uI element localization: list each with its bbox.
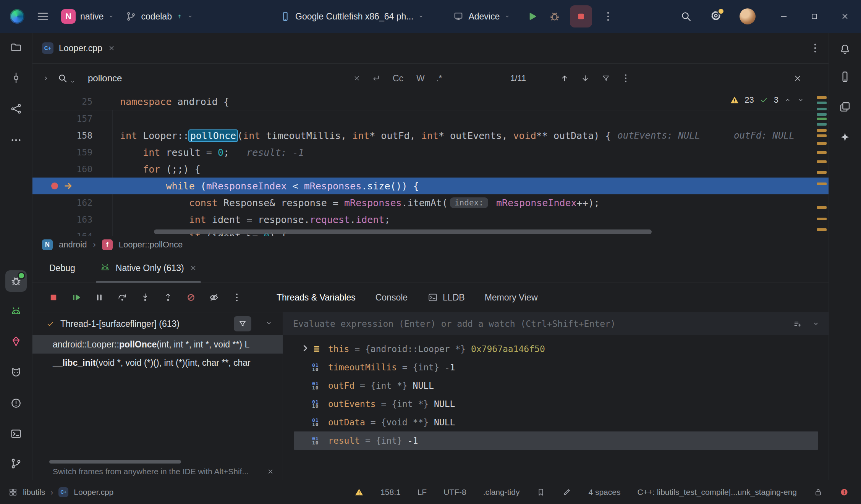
code-text[interactable]: const Response& response = mResponses.it… [112, 197, 600, 208]
error-stripe-mark[interactable] [817, 134, 827, 137]
step-into-button[interactable] [135, 288, 155, 307]
code-line[interactable]: 25namespace android { [32, 93, 829, 110]
avatar[interactable] [740, 8, 756, 24]
pause-button[interactable] [89, 288, 109, 307]
search-options-icon[interactable] [620, 73, 631, 84]
file-encoding[interactable]: UTF-8 [443, 488, 466, 497]
search-everywhere-icon[interactable] [680, 10, 692, 23]
debug-session-tab[interactable]: Native Only (613) [100, 254, 197, 283]
error-stripe-mark[interactable] [817, 102, 827, 104]
thread-filter-button[interactable] [234, 316, 251, 331]
breakpoint-gutter[interactable] [32, 181, 112, 191]
error-stripe-mark[interactable] [817, 142, 827, 145]
indent-setting[interactable]: 4 spaces [588, 488, 620, 497]
chevron-right-icon[interactable] [298, 347, 312, 357]
code-line[interactable]: 158int Looper::pollOnce(int timeoutMilli… [32, 127, 829, 144]
error-stripe-mark[interactable] [817, 206, 827, 209]
resume-button[interactable] [66, 288, 86, 307]
line-number[interactable]: 164 [32, 231, 112, 236]
error-stripe-mark[interactable] [817, 123, 827, 126]
debug-window-title[interactable]: Debug [49, 263, 75, 273]
breadcrumb-namespace[interactable]: android [59, 240, 87, 250]
sidebar-app-quality-insights-button[interactable] [5, 331, 27, 352]
window-close-button[interactable] [840, 12, 850, 21]
debug-button[interactable] [549, 10, 561, 23]
step-over-button[interactable] [112, 288, 132, 307]
line-ending[interactable]: LF [418, 488, 427, 497]
window-minimize-button[interactable] [779, 12, 788, 21]
sidebar-smartphone-button[interactable] [834, 66, 856, 87]
breakpoint-icon[interactable] [51, 183, 58, 189]
stop-button[interactable] [570, 5, 592, 27]
error-stripe-mark[interactable] [817, 228, 827, 231]
status-file[interactable]: Looper.cpp [74, 488, 113, 497]
code-editor[interactable]: 25namespace android {157158int Looper::p… [32, 93, 829, 236]
close-find-bar-icon[interactable] [793, 74, 802, 83]
caret-position[interactable]: 158:1 [380, 488, 401, 497]
line-number[interactable]: 25 [32, 97, 112, 107]
tab-lldb[interactable]: LLDB [427, 292, 465, 303]
horizontal-scrollbar[interactable] [154, 229, 652, 234]
status-warning-icon[interactable] [354, 488, 364, 497]
evaluate-expression-input[interactable]: Evaluate expression (Enter) or add a wat… [283, 312, 829, 335]
line-number[interactable]: 159 [32, 147, 112, 157]
toolchain[interactable]: C++: libutils_test_compile|...unk_stagin… [637, 488, 797, 497]
mute-breakpoints-button[interactable] [181, 288, 201, 307]
main-menu-icon[interactable] [36, 10, 50, 23]
bookmark-icon[interactable] [536, 488, 545, 497]
error-stripe-mark[interactable] [817, 108, 827, 110]
line-number[interactable]: 163 [32, 215, 112, 225]
sidebar-commit-button[interactable] [5, 67, 27, 89]
sidebar-sparkle-button[interactable] [834, 126, 856, 148]
status-module[interactable]: libutils [23, 488, 45, 497]
more-actions-button[interactable] [602, 10, 614, 23]
code-text[interactable]: int ident = response.request.ident; [112, 214, 390, 225]
error-stripe-mark[interactable] [817, 183, 827, 185]
error-stripe-mark[interactable] [817, 218, 827, 220]
tip-close-icon[interactable] [267, 468, 274, 475]
search-history-icon[interactable] [70, 79, 76, 85]
line-number[interactable]: 158 [32, 131, 112, 141]
sidebar-folder-button[interactable] [5, 37, 27, 58]
disable-watches-button[interactable] [204, 288, 224, 307]
code-text[interactable]: while (mResponseIndex < mResponses.size(… [112, 181, 419, 192]
tab-memory-view[interactable]: Memory View [485, 292, 538, 303]
step-out-button[interactable] [158, 288, 178, 307]
sidebar-bell-button[interactable] [834, 39, 856, 60]
unlock-icon[interactable] [814, 488, 823, 497]
tool-windows-icon[interactable] [8, 488, 18, 497]
breadcrumb-function[interactable]: Looper::pollOnce [119, 240, 183, 250]
sidebar-terminal-button[interactable] [5, 423, 27, 444]
code-text[interactable]: int Looper::pollOnce(int timeoutMillis, … [112, 130, 611, 141]
stack-frame-row[interactable]: android::Looper::pollOnce(int, int *, in… [32, 335, 283, 354]
code-line[interactable]: 162 const Response& response = mResponse… [32, 194, 829, 211]
code-line[interactable]: 159 int result = 0; result: -1 [32, 144, 829, 161]
variable-row[interactable]: this = {android::Looper *} 0x7967aa146f5… [294, 340, 818, 358]
search-input[interactable]: pollonce [88, 73, 122, 84]
highlighting-level-icon[interactable] [562, 488, 571, 497]
error-stripe-mark[interactable] [817, 151, 827, 154]
error-stripe-mark[interactable] [817, 96, 827, 99]
tab-threads-variables[interactable]: Threads & Variables [277, 292, 356, 303]
variable-row[interactable]: 0110timeoutMillis = {int} -1 [294, 358, 818, 376]
variable-row[interactable]: 0110outData = {void **} NULL [294, 413, 818, 431]
tab-close-icon[interactable] [108, 44, 115, 52]
line-number[interactable]: 162 [32, 198, 112, 208]
new-line-icon[interactable] [371, 74, 380, 83]
code-line[interactable]: while (mResponseIndex < mResponses.size(… [32, 178, 829, 194]
clang-tidy[interactable]: .clang-tidy [483, 488, 520, 497]
inspections-widget[interactable]: 23 3 [730, 95, 804, 105]
code-text[interactable]: for (;;) { [112, 164, 201, 175]
variable-row[interactable]: 0110outFd = {int *} NULL [294, 376, 818, 395]
tab-console[interactable]: Console [375, 292, 408, 303]
device-selector[interactable]: Google Cuttlefish x86_64 ph... [280, 11, 424, 22]
code-line[interactable]: 163 int ident = response.request.ident; [32, 211, 829, 228]
more-debug-actions-button[interactable] [227, 288, 247, 307]
session-close-icon[interactable] [189, 264, 197, 272]
window-maximize-button[interactable] [810, 12, 819, 21]
line-number[interactable]: 157 [32, 114, 112, 124]
add-watch-icon[interactable] [793, 319, 802, 328]
error-stripe-mark[interactable] [817, 118, 827, 120]
evaluate-history-icon[interactable] [812, 320, 820, 328]
search-filter-icon[interactable] [601, 74, 610, 83]
